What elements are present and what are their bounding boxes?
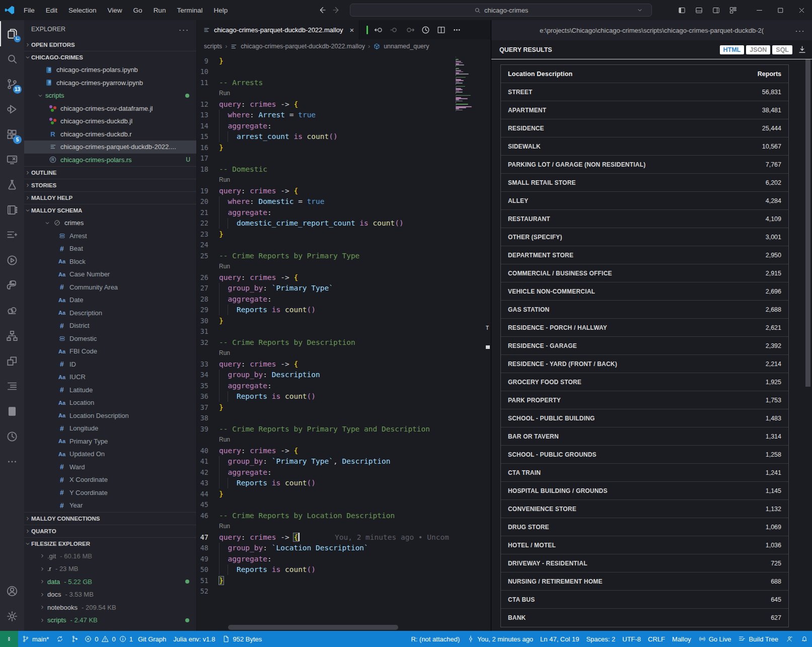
schema-field-id[interactable]: #ID xyxy=(24,358,196,371)
activity-python-icon[interactable] xyxy=(0,273,24,298)
results-more-actions-icon[interactable]: ··· xyxy=(795,26,805,35)
activity-build-tree-view-icon[interactable] xyxy=(0,223,24,248)
codelens-run[interactable]: Run xyxy=(197,88,454,99)
toggle-sidebar-icon[interactable] xyxy=(673,0,690,20)
git-branch[interactable]: main* xyxy=(18,631,52,647)
code-line-49[interactable]: 49aggregate: xyxy=(197,553,454,564)
file-item[interactable]: chicago-crimes-polars.rsU xyxy=(24,154,196,167)
code-line-16[interactable]: 16} xyxy=(197,142,454,153)
code-line-51[interactable]: 51} xyxy=(197,575,454,586)
cursor-position[interactable]: Ln 47, Col 19 xyxy=(537,631,582,647)
code-line-42[interactable]: 42aggregate: xyxy=(197,467,454,478)
file-item[interactable]: chicago-crimes-parquet-duckdb-2022.... xyxy=(24,140,196,154)
codelens-run[interactable]: Run xyxy=(197,435,454,446)
filesize-item-docs[interactable]: docs- 3.53 MB xyxy=(24,588,196,601)
code-line-15[interactable]: 15arrest_count is count() xyxy=(197,131,454,142)
circle-nav-icon[interactable] xyxy=(390,25,399,35)
code-line-27[interactable]: 27group_by: `Primary Type` xyxy=(197,283,454,294)
encoding[interactable]: UTF-8 xyxy=(619,631,644,647)
feedback[interactable] xyxy=(782,631,797,647)
code-line-38[interactable]: 38 xyxy=(197,413,454,424)
menu-terminal[interactable]: Terminal xyxy=(172,5,207,16)
schema-field-block[interactable]: AaBlock xyxy=(24,255,196,268)
results-scrollbar[interactable] xyxy=(805,59,810,387)
code-line-10[interactable]: 10 xyxy=(197,66,454,78)
code-line-26[interactable]: 26query: crimes -> { xyxy=(197,272,454,283)
file-item[interactable]: crimes xyxy=(24,217,196,230)
activity-notebook-panel-icon[interactable] xyxy=(0,197,24,223)
run-codelens-link[interactable]: Run xyxy=(219,176,230,183)
schema-field-domestic[interactable]: Domestic xyxy=(24,332,196,345)
file-item[interactable]: chicago-crimes-pyarrow.ipynb xyxy=(24,77,196,90)
schema-field-latitude[interactable]: #Latitude xyxy=(24,384,196,397)
section-malloy-help[interactable]: MALLOY HELP xyxy=(24,191,196,204)
code-line-34[interactable]: 34group_by: Description xyxy=(197,370,454,381)
activity-cloud-tools-icon[interactable] xyxy=(0,298,24,323)
command-center-search[interactable]: chicago-crimes xyxy=(350,4,652,17)
menu-edit[interactable]: Edit xyxy=(41,5,62,16)
activity-remote-explorer-icon[interactable] xyxy=(0,147,24,172)
blame-status[interactable]: You, 2 minutes ago xyxy=(463,631,537,647)
breadcrumb-item[interactable]: chicago-crimes-parquet-duckdb-2022.mallo… xyxy=(241,43,365,50)
code-line-48[interactable]: 48group_by: `Location Description` xyxy=(197,543,454,554)
run-codelens-link[interactable]: Run xyxy=(219,349,230,356)
code-line-17[interactable]: 17 xyxy=(197,153,454,164)
filesize-item-data[interactable]: data- 5.22 GB xyxy=(24,576,196,589)
results-tab-json[interactable]: JSON xyxy=(746,45,770,54)
eol[interactable]: CRLF xyxy=(644,631,669,647)
file-item[interactable]: chicago-crimes-polars.ipynb xyxy=(24,63,196,77)
code-line-36[interactable]: 36Reports is count() xyxy=(197,391,454,402)
schema-field-ward[interactable]: #Ward xyxy=(24,461,196,474)
sync-changes[interactable] xyxy=(52,631,67,647)
julia-env[interactable]: Julia env: v1.8 xyxy=(170,631,218,647)
code-line-19[interactable]: 19query: crimes -> { xyxy=(197,185,454,196)
filesize-item-scripts[interactable]: scripts- 2.47 KB xyxy=(24,614,196,627)
section-malloy-connections[interactable]: MALLOY CONNECTIONS xyxy=(24,512,196,525)
warnings-count[interactable]: 0 xyxy=(100,631,117,647)
schema-field-y-coordinate[interactable]: #Y Coordinate xyxy=(24,486,196,499)
toggle-secondary-sidebar-icon[interactable] xyxy=(707,0,724,20)
code-editor[interactable]: 9}1011-- ArrestsRun12query: crimes -> {1… xyxy=(197,53,454,631)
run-codelens-link[interactable]: Run xyxy=(219,90,230,97)
schema-field-fbi-code[interactable]: AaFBI Code xyxy=(24,345,196,358)
file-item[interactable]: Rchicago-crimes-duckdb.r xyxy=(24,128,196,141)
code-line-35[interactable]: 35aggregate: xyxy=(197,380,454,391)
activity-run-debug-icon[interactable] xyxy=(0,97,24,122)
schema-field-year[interactable]: #Year xyxy=(24,499,196,512)
code-line-29[interactable]: 29Reports is count() xyxy=(197,305,454,316)
code-line-21[interactable]: 21aggregate: xyxy=(197,207,454,218)
file-item[interactable]: chicago-crimes-csv-dataframe.jl xyxy=(24,102,196,115)
timeline-run-icon[interactable] xyxy=(421,25,430,35)
code-line-12[interactable]: 12query: crimes -> { xyxy=(197,99,454,110)
code-line-31[interactable]: 31 xyxy=(197,326,454,337)
code-line-50[interactable]: 50Reports is count() xyxy=(197,564,454,576)
editor-more-actions-icon[interactable] xyxy=(452,25,462,35)
toggle-panel-icon[interactable] xyxy=(690,0,707,20)
activity-more-views-icon[interactable] xyxy=(0,449,24,474)
back-references-icon[interactable] xyxy=(374,25,384,35)
maximize-button[interactable] xyxy=(770,0,791,20)
code-line-11[interactable]: 11-- Arrests xyxy=(197,77,454,88)
code-line-23[interactable]: 23} xyxy=(197,229,454,240)
minimize-button[interactable] xyxy=(749,0,770,20)
schema-field-arrest[interactable]: Arrest xyxy=(24,230,196,243)
activity-docs-book-icon[interactable] xyxy=(0,399,24,424)
section-stories[interactable]: STORIES xyxy=(24,179,196,191)
minimap[interactable] xyxy=(454,53,485,631)
code-line-46[interactable]: 46-- Crime Reports by Location Descripti… xyxy=(197,510,454,521)
code-line-24[interactable]: 24 xyxy=(197,240,454,251)
breadcrumb-item[interactable]: scripts xyxy=(204,43,222,50)
download-results-icon[interactable] xyxy=(797,45,807,54)
activity-testing-icon[interactable] xyxy=(0,172,24,197)
code-line-18[interactable]: 18-- Domestic xyxy=(197,164,454,175)
run-codelens-link[interactable]: Run xyxy=(219,523,230,530)
code-line-43[interactable]: 43Reports is count() xyxy=(197,478,454,489)
results-tab-sql[interactable]: SQL xyxy=(772,45,792,54)
menu-help[interactable]: Help xyxy=(209,5,232,16)
activity-explorer-icon[interactable] xyxy=(0,21,24,46)
r-status[interactable]: R: (not attached) xyxy=(407,631,463,647)
section-malloy-schema[interactable]: MALLOY SCHEMA xyxy=(24,204,196,217)
code-line-30[interactable]: 30} xyxy=(197,315,454,326)
activity-hierarchy-icon[interactable] xyxy=(0,323,24,348)
tab-chicago-crimes-malloy[interactable]: chicago-crimes-parquet-duckdb-2022.mallo… xyxy=(197,20,359,39)
